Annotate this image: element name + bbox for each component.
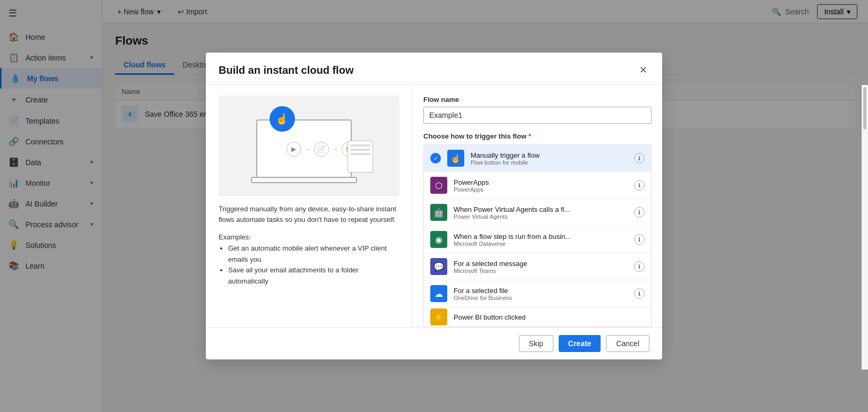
- create-button[interactable]: Create: [559, 335, 601, 352]
- notepad-line: [350, 144, 370, 147]
- trigger-text-pva: When Power Virtual Agents calls a fl... …: [454, 205, 628, 220]
- trigger-list: ✓ ☝ Manually trigger a flow Flow button …: [423, 144, 652, 327]
- modal-right-inner: Flow name Choose how to trigger this flo…: [413, 85, 662, 327]
- info-icon[interactable]: ℹ: [634, 261, 645, 272]
- notepad-line: [350, 149, 370, 151]
- modal-illustration: ▶ → 📄 → 📁 ☝: [219, 96, 400, 196]
- laptop-base: [251, 177, 357, 183]
- modal-body: ▶ → 📄 → 📁 ☝: [206, 85, 662, 327]
- info-icon[interactable]: ℹ: [634, 207, 645, 218]
- modal-close-button[interactable]: ✕: [637, 62, 649, 78]
- modal-description: Triggered manually from any device, easy…: [219, 204, 400, 225]
- trigger-text-onedrive: For a selected file OneDrive for Busines…: [454, 287, 628, 301]
- modal-left-panel: ▶ → 📄 → 📁 ☝: [206, 85, 413, 327]
- required-indicator: *: [528, 132, 531, 140]
- modal-header: Build an instant cloud flow ✕: [206, 53, 662, 85]
- modal-overlay: Build an instant cloud flow ✕ ▶ → 📄: [0, 0, 868, 412]
- examples-label: Examples:: [219, 233, 251, 241]
- trigger-section-label: Choose how to trigger this flow *: [423, 132, 652, 140]
- trigger-item-powerbi[interactable]: ⚡ Power BI button clicked: [424, 307, 651, 327]
- skip-button[interactable]: Skip: [519, 335, 553, 352]
- flow-name-label: Flow name: [423, 96, 652, 104]
- trigger-icon-powerapps: ⬡: [430, 177, 447, 194]
- trigger-icon-manually: ☝: [447, 150, 464, 167]
- info-icon[interactable]: ℹ: [634, 180, 645, 191]
- trigger-icon-pva: 🤖: [430, 204, 447, 221]
- trigger-icon-dataverse: ◉: [430, 231, 447, 248]
- flow-name-input[interactable]: [423, 107, 652, 124]
- play-icon: ▶: [287, 142, 301, 157]
- trigger-text-powerapps: PowerApps PowerApps: [454, 178, 628, 193]
- trigger-item-powerapps[interactable]: ⬡ PowerApps PowerApps ℹ: [424, 172, 651, 199]
- document-icon: 📄: [314, 142, 329, 157]
- modal-examples: Examples: Get an automatic mobile alert …: [219, 232, 400, 287]
- trigger-item-pva[interactable]: 🤖 When Power Virtual Agents calls a fl..…: [424, 199, 651, 226]
- info-icon[interactable]: ℹ: [634, 234, 645, 245]
- selected-check-icon: ✓: [430, 153, 441, 164]
- trigger-item-dataverse[interactable]: ◉ When a flow step is run from a busin..…: [424, 226, 651, 253]
- notepad-icon: [348, 141, 373, 173]
- modal-footer: Skip Create Cancel: [206, 327, 662, 359]
- info-icon[interactable]: ℹ: [634, 153, 645, 164]
- example-item: Save all your email attachments to a fol…: [228, 265, 400, 287]
- modal-right-panel: Flow name Choose how to trigger this flo…: [413, 85, 662, 327]
- notepad-line: [350, 153, 370, 155]
- cancel-button[interactable]: Cancel: [606, 335, 649, 352]
- modal-title: Build an instant cloud flow: [219, 64, 353, 76]
- trigger-item-teams[interactable]: 💬 For a selected message Microsoft Teams…: [424, 253, 651, 280]
- flow-diagram: ▶ → 📄 → 📁: [287, 142, 357, 157]
- trigger-item-onedrive[interactable]: ☁ For a selected file OneDrive for Busin…: [424, 280, 651, 307]
- trigger-item-manually[interactable]: ✓ ☝ Manually trigger a flow Flow button …: [424, 145, 651, 172]
- trigger-icon-teams: 💬: [430, 258, 447, 275]
- info-icon[interactable]: ℹ: [634, 288, 645, 299]
- modal-dialog: Build an instant cloud flow ✕ ▶ → 📄: [206, 53, 662, 359]
- illustration-content: ▶ → 📄 → 📁 ☝: [240, 104, 378, 188]
- laptop-screen: ▶ → 📄 → 📁: [256, 119, 352, 178]
- trigger-text-teams: For a selected message Microsoft Teams: [454, 260, 628, 274]
- trigger-text-powerbi: Power BI button clicked: [454, 313, 645, 321]
- trigger-text-dataverse: When a flow step is run from a busin... …: [454, 233, 628, 247]
- arrow-icon: →: [332, 145, 338, 153]
- arrow-icon: →: [305, 145, 311, 153]
- trigger-icon-onedrive: ☁: [430, 285, 447, 302]
- trigger-text-manually: Manually trigger a flow Flow button for …: [471, 151, 628, 166]
- touch-icon: ☝: [270, 106, 295, 132]
- example-item: Get an automatic mobile alert whenever a…: [228, 243, 400, 265]
- trigger-icon-powerbi: ⚡: [430, 308, 447, 325]
- close-icon: ✕: [639, 65, 647, 75]
